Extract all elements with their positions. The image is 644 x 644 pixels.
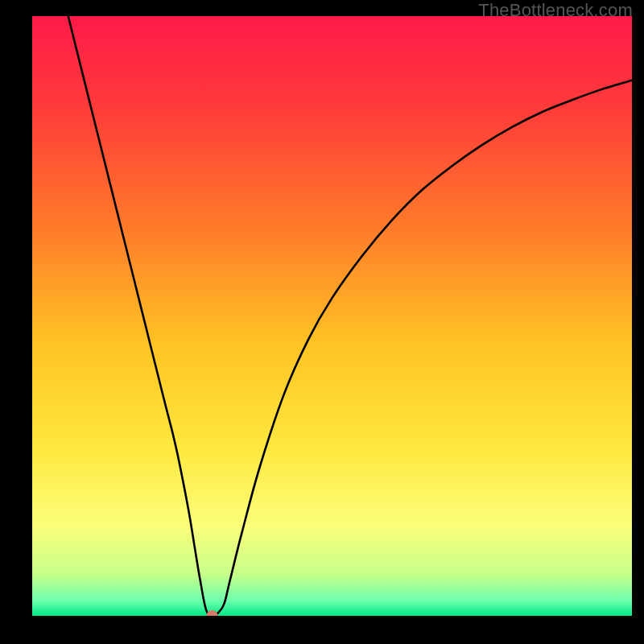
chart-background bbox=[32, 16, 632, 616]
bottleneck-chart bbox=[32, 16, 632, 616]
chart-frame bbox=[32, 16, 632, 616]
